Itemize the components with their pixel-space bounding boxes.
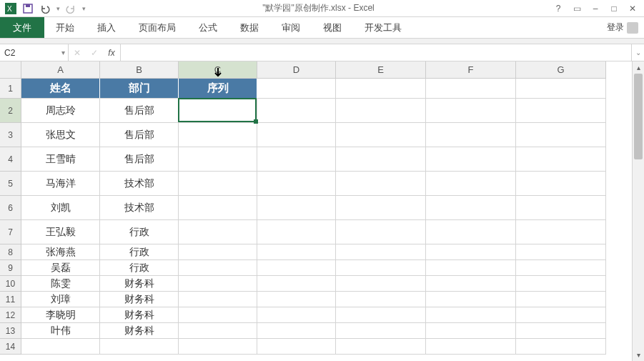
help-icon[interactable]: ? (550, 1, 567, 16)
cell-B14[interactable] (100, 339, 179, 355)
row-header-2[interactable]: 2 (0, 99, 21, 123)
cell-F4[interactable] (426, 147, 516, 172)
tab-0[interactable]: 开始 (44, 17, 86, 38)
row-header-3[interactable]: 3 (0, 123, 21, 147)
cell-D8[interactable] (257, 244, 336, 260)
enter-formula-icon[interactable]: ✓ (86, 48, 103, 58)
cell-G1[interactable] (516, 79, 606, 99)
tab-6[interactable]: 视图 (312, 17, 353, 38)
tab-3[interactable]: 公式 (187, 17, 229, 38)
cell-G9[interactable] (516, 260, 606, 276)
cell-F14[interactable] (426, 339, 516, 355)
row-header-9[interactable]: 9 (0, 260, 21, 276)
cell-A11[interactable]: 刘璋 (21, 292, 100, 307)
cell-B7[interactable]: 行政 (100, 220, 179, 244)
cell-D3[interactable] (257, 123, 336, 147)
cell-F10[interactable] (426, 276, 516, 292)
cell-B1[interactable]: 部门 (100, 79, 179, 99)
formula-input[interactable] (121, 44, 631, 61)
cell-A3[interactable]: 张思文 (21, 123, 100, 147)
row-header-7[interactable]: 7 (0, 220, 21, 244)
cell-A8[interactable]: 张海燕 (21, 244, 100, 260)
row-header-14[interactable]: 14 (0, 339, 21, 355)
cell-F8[interactable] (426, 244, 516, 260)
cell-G12[interactable] (516, 307, 606, 323)
qat-customize-icon[interactable]: ▾ (80, 1, 87, 16)
row-header-6[interactable]: 6 (0, 196, 21, 220)
cell-E3[interactable] (336, 123, 426, 147)
cell-B8[interactable]: 行政 (100, 244, 179, 260)
cell-F2[interactable] (426, 99, 516, 123)
cell-G7[interactable] (516, 220, 606, 244)
close-icon[interactable]: ✕ (624, 1, 641, 16)
minimize-icon[interactable]: – (587, 1, 604, 16)
cell-A7[interactable]: 王弘毅 (21, 220, 100, 244)
cell-F12[interactable] (426, 307, 516, 323)
cell-B4[interactable]: 售后部 (100, 147, 179, 172)
cell-F1[interactable] (426, 79, 516, 99)
cell-A6[interactable]: 刘凯 (21, 196, 100, 220)
row-header-8[interactable]: 8 (0, 244, 21, 260)
cell-C5[interactable] (179, 172, 257, 196)
cell-G4[interactable] (516, 147, 606, 172)
cell-A1[interactable]: 姓名 (21, 79, 100, 99)
cell-F9[interactable] (426, 260, 516, 276)
row-header-10[interactable]: 10 (0, 276, 21, 292)
cell-C8[interactable] (179, 244, 257, 260)
scroll-down-icon[interactable]: ▾ (633, 349, 644, 361)
cell-E8[interactable] (336, 244, 426, 260)
sign-in-button[interactable]: 登录 (607, 17, 644, 38)
tab-file[interactable]: 文件 (0, 17, 44, 38)
cell-B2[interactable]: 售后部 (100, 99, 179, 123)
cell-E7[interactable] (336, 220, 426, 244)
column-header-D[interactable]: D (257, 61, 336, 79)
cell-D1[interactable] (257, 79, 336, 99)
cell-F11[interactable] (426, 292, 516, 307)
cell-C11[interactable] (179, 292, 257, 307)
expand-formula-bar-icon[interactable]: ⌄ (631, 44, 644, 61)
row-header-5[interactable]: 5 (0, 172, 21, 196)
cell-D5[interactable] (257, 172, 336, 196)
tab-1[interactable]: 插入 (86, 17, 127, 38)
excel-app-icon[interactable]: X (3, 1, 19, 16)
cell-B11[interactable]: 财务科 (100, 292, 179, 307)
scroll-thumb[interactable] (634, 74, 643, 159)
cell-F6[interactable] (426, 196, 516, 220)
row-header-4[interactable]: 4 (0, 147, 21, 172)
ribbon-display-options-icon[interactable]: ▭ (568, 1, 585, 16)
cell-E6[interactable] (336, 196, 426, 220)
cell-G2[interactable] (516, 99, 606, 123)
cell-G6[interactable] (516, 196, 606, 220)
cell-A14[interactable] (21, 339, 100, 355)
cell-D6[interactable] (257, 196, 336, 220)
cell-D12[interactable] (257, 307, 336, 323)
row-header-13[interactable]: 13 (0, 323, 21, 339)
column-header-E[interactable]: E (336, 61, 426, 79)
cell-A9[interactable]: 吴磊 (21, 260, 100, 276)
cell-D11[interactable] (257, 292, 336, 307)
cell-E1[interactable] (336, 79, 426, 99)
vertical-scrollbar[interactable]: ▴ ▾ (632, 61, 644, 361)
cell-C1[interactable]: 序列 (179, 79, 257, 99)
cell-D13[interactable] (257, 323, 336, 339)
cell-C12[interactable] (179, 307, 257, 323)
row-header-1[interactable]: 1 (0, 79, 21, 99)
cell-B13[interactable]: 财务科 (100, 323, 179, 339)
cell-D7[interactable] (257, 220, 336, 244)
cell-D4[interactable] (257, 147, 336, 172)
cell-E9[interactable] (336, 260, 426, 276)
cancel-formula-icon[interactable]: ✕ (69, 48, 86, 58)
cell-C2[interactable] (179, 99, 257, 123)
cell-G8[interactable] (516, 244, 606, 260)
cell-E4[interactable] (336, 147, 426, 172)
cell-B6[interactable]: 技术部 (100, 196, 179, 220)
cell-E12[interactable] (336, 307, 426, 323)
column-header-G[interactable]: G (516, 61, 606, 79)
undo-dropdown-icon[interactable]: ▾ (54, 1, 61, 16)
cell-B10[interactable]: 财务科 (100, 276, 179, 292)
cell-A5[interactable]: 马海洋 (21, 172, 100, 196)
column-header-C[interactable]: C (179, 61, 257, 79)
cell-D9[interactable] (257, 260, 336, 276)
cell-D10[interactable] (257, 276, 336, 292)
name-box-dropdown-icon[interactable]: ▾ (61, 49, 65, 56)
